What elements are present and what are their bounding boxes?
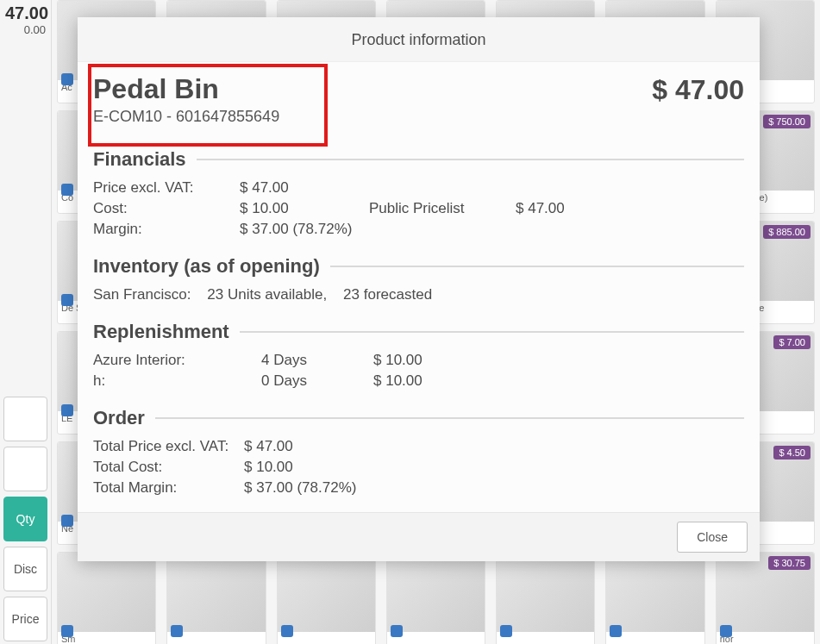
divider xyxy=(197,159,744,160)
close-button[interactable]: Close xyxy=(677,522,748,553)
section-replenishment: Replenishment Azure Interior: 4 Days $ 1… xyxy=(93,321,744,390)
product-price: $ 47.00 xyxy=(652,74,744,106)
price-excl-vat-value: $ 47.00 xyxy=(240,179,369,197)
order-heading: Order xyxy=(93,407,145,429)
divider xyxy=(155,417,744,419)
modal-footer: Close xyxy=(78,512,760,561)
replenishment-supplier-1: Azure Interior: xyxy=(93,352,261,369)
inventory-line: San Francisco: 23 Units available, 23 fo… xyxy=(93,286,744,303)
margin-value: $ 37.00 (78.72%) xyxy=(240,221,619,238)
product-name: Pedal Bin xyxy=(93,74,279,104)
section-financials: Financials Price excl. VAT: $ 47.00 Cost… xyxy=(93,148,744,238)
section-inventory: Inventory (as of opening) San Francisco:… xyxy=(93,255,744,303)
inventory-heading: Inventory (as of opening) xyxy=(93,255,320,278)
product-code: E-COM10 - 601647855649 xyxy=(93,108,279,126)
public-pricelist-label: Public Pricelist xyxy=(369,200,516,217)
replenishment-heading: Replenishment xyxy=(93,321,229,343)
replenishment-price-2: $ 10.00 xyxy=(373,372,477,390)
product-title-row: Pedal Bin E-COM10 - 601647855649 $ 47.00 xyxy=(93,74,744,131)
cost-label: Cost: xyxy=(93,200,240,217)
replenishment-days-2: 0 Days xyxy=(261,372,373,390)
replenishment-days-1: 4 Days xyxy=(261,352,373,369)
replenishment-price-1: $ 10.00 xyxy=(373,352,477,369)
order-total-cost-label: Total Cost: xyxy=(93,459,244,476)
financials-heading: Financials xyxy=(93,148,186,171)
product-info-modal: Product information Pedal Bin E-COM10 - … xyxy=(78,17,760,561)
divider xyxy=(330,266,744,267)
modal-title: Product information xyxy=(78,17,760,62)
order-total-margin-value: $ 37.00 (78.72%) xyxy=(244,479,399,497)
modal-body: Pedal Bin E-COM10 - 601647855649 $ 47.00… xyxy=(78,62,760,512)
order-total-margin-label: Total Margin: xyxy=(93,479,244,497)
replenishment-supplier-2: h: xyxy=(93,372,261,390)
section-order: Order Total Price excl. VAT: $ 47.00 Tot… xyxy=(93,407,744,497)
margin-label: Margin: xyxy=(93,221,240,238)
public-pricelist-value: $ 47.00 xyxy=(516,200,619,217)
cost-value: $ 10.00 xyxy=(240,200,369,217)
price-excl-vat-label: Price excl. VAT: xyxy=(93,179,240,197)
order-total-cost-value: $ 10.00 xyxy=(244,459,399,476)
order-total-price-label: Total Price excl. VAT: xyxy=(93,438,244,455)
divider xyxy=(240,331,744,333)
order-total-price-value: $ 47.00 xyxy=(244,438,399,455)
